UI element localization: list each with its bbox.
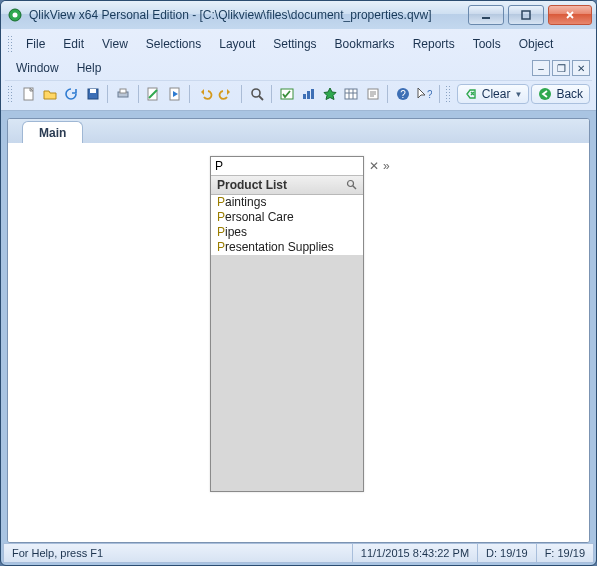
back-icon <box>538 87 552 101</box>
menu-help[interactable]: Help <box>68 58 111 78</box>
tabstrip: Main <box>8 119 589 144</box>
new-icon[interactable] <box>19 84 38 104</box>
chrome-bars: File Edit View Selections Layout Setting… <box>1 29 596 111</box>
tab-main[interactable]: Main <box>22 121 83 144</box>
close-button[interactable] <box>548 5 592 25</box>
undo-icon[interactable] <box>195 84 214 104</box>
list-item[interactable]: Personal Care <box>211 210 363 225</box>
svg-rect-6 <box>90 89 96 93</box>
clear-icon <box>464 87 478 101</box>
edit-script-icon[interactable] <box>144 84 163 104</box>
expand-search-icon[interactable]: » <box>383 160 390 172</box>
menubar: File Edit View Selections Layout Setting… <box>5 32 592 56</box>
menu-settings[interactable]: Settings <box>264 34 325 54</box>
svg-rect-15 <box>311 89 314 99</box>
svg-text:?: ? <box>400 89 406 100</box>
menu-reports[interactable]: Reports <box>404 34 464 54</box>
list-item[interactable]: Presentation Supplies <box>211 240 363 255</box>
window-title: QlikView x64 Personal Edition - [C:\Qlik… <box>29 8 468 22</box>
redo-icon[interactable] <box>217 84 236 104</box>
back-label: Back <box>556 87 583 101</box>
svg-rect-3 <box>522 11 530 19</box>
menubar-row2: Window Help – ❐ ✕ <box>5 56 592 80</box>
listbox-header[interactable]: Product List <box>211 176 363 195</box>
status-d: D: 19/19 <box>477 544 536 562</box>
document-area: Main ✕ » Product List <box>7 118 590 543</box>
menu-window[interactable]: Window <box>7 58 68 78</box>
clear-search-icon[interactable]: ✕ <box>369 160 379 172</box>
back-button[interactable]: Back <box>531 84 590 104</box>
listbox-title: Product List <box>217 178 287 192</box>
save-icon[interactable] <box>83 84 102 104</box>
menu-layout[interactable]: Layout <box>210 34 264 54</box>
notes-icon[interactable] <box>363 84 382 104</box>
status-help: For Help, press F1 <box>4 544 352 562</box>
bookmark-add-icon[interactable] <box>320 84 339 104</box>
print-icon[interactable] <box>113 84 132 104</box>
svg-point-21 <box>539 88 551 100</box>
minimize-button[interactable] <box>468 5 504 25</box>
menu-view[interactable]: View <box>93 34 137 54</box>
svg-rect-2 <box>482 17 490 19</box>
app-icon <box>7 7 23 23</box>
listbox-search: ✕ » <box>211 157 363 176</box>
list-item[interactable]: Paintings <box>211 195 363 210</box>
grip-icon <box>445 85 451 103</box>
svg-text:?: ? <box>427 89 432 100</box>
svg-rect-13 <box>303 94 306 99</box>
svg-point-22 <box>348 180 354 186</box>
svg-point-1 <box>13 13 18 18</box>
menu-object[interactable]: Object <box>510 34 563 54</box>
menu-edit[interactable]: Edit <box>54 34 93 54</box>
mdi-controls: – ❐ ✕ <box>532 60 590 76</box>
status-f: F: 19/19 <box>536 544 593 562</box>
menu-selections[interactable]: Selections <box>137 34 210 54</box>
search-icon[interactable] <box>247 84 266 104</box>
svg-rect-14 <box>307 91 310 99</box>
reload-icon[interactable] <box>165 84 184 104</box>
chevron-down-icon: ▼ <box>514 90 522 99</box>
maximize-button[interactable] <box>508 5 544 25</box>
help-icon[interactable]: ? <box>393 84 412 104</box>
clear-label: Clear <box>482 87 511 101</box>
mdi-minimize-button[interactable]: – <box>532 60 550 76</box>
selections-icon[interactable] <box>277 84 296 104</box>
listbox-product-list[interactable]: ✕ » Product List Paintings Personal Care… <box>210 156 364 492</box>
mdi-restore-button[interactable]: ❐ <box>552 60 570 76</box>
svg-point-11 <box>252 89 260 97</box>
table-icon[interactable] <box>342 84 361 104</box>
search-input[interactable] <box>215 158 365 174</box>
svg-rect-16 <box>345 89 357 99</box>
mdi-close-button[interactable]: ✕ <box>572 60 590 76</box>
clear-button[interactable]: Clear ▼ <box>457 84 530 104</box>
toolbar: ? ? Clear ▼ Back <box>5 80 592 107</box>
menu-bookmarks[interactable]: Bookmarks <box>326 34 404 54</box>
statusbar: For Help, press F1 11/1/2015 8:43:22 PM … <box>3 543 594 563</box>
status-datetime: 11/1/2015 8:43:22 PM <box>352 544 477 562</box>
refresh-icon[interactable] <box>62 84 81 104</box>
menu-file[interactable]: File <box>17 34 54 54</box>
search-icon[interactable] <box>346 179 357 192</box>
whatsthis-icon[interactable]: ? <box>415 84 434 104</box>
grip-icon <box>7 35 13 53</box>
svg-rect-8 <box>120 89 126 93</box>
listbox-items: Paintings Personal Care Pipes Presentati… <box>211 195 363 491</box>
menu-tools[interactable]: Tools <box>464 34 510 54</box>
grip-icon <box>7 85 13 103</box>
titlebar: QlikView x64 Personal Edition - [C:\Qlik… <box>1 1 596 29</box>
list-item[interactable]: Pipes <box>211 225 363 240</box>
sheet-main: ✕ » Product List Paintings Personal Care… <box>8 143 589 542</box>
open-icon[interactable] <box>40 84 59 104</box>
chart-wizard-icon[interactable] <box>299 84 318 104</box>
